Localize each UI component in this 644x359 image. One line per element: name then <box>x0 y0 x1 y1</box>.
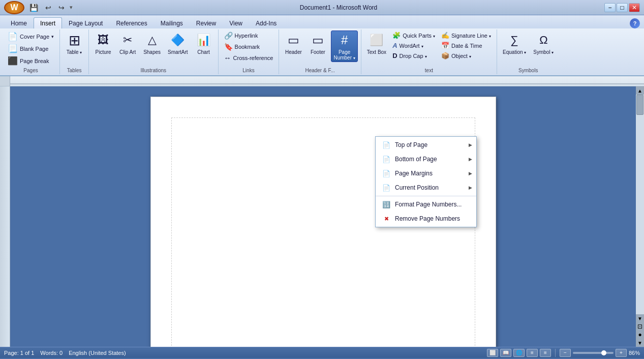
tab-references[interactable]: References <box>109 17 154 28</box>
scroll-up-button[interactable]: ▲ <box>636 86 644 95</box>
ribbon-group-pages: 📄 Cover Page ▾ 📃 Blank Page ⬛ Page Break… <box>2 29 60 74</box>
scrollbar[interactable]: ▲ ▼ ⊡ ● ▼ <box>636 86 644 347</box>
menu-item-page-margins[interactable]: 📄 Page Margins <box>376 166 476 181</box>
zoom-in-button[interactable]: + <box>616 349 627 357</box>
page-break-button[interactable]: ⬛ Page Break <box>5 55 56 67</box>
date-time-button[interactable]: 📅Date & Time <box>439 41 494 50</box>
page-number-icon: # <box>336 32 353 48</box>
ribbon-group-illustrations: 🖼 Picture ✂ Clip Art △ Shapes 🔷 SmartArt… <box>89 29 218 74</box>
maximize-button[interactable]: □ <box>617 3 628 12</box>
outline-button[interactable]: ≡ <box>527 349 538 357</box>
close-button[interactable]: ✕ <box>629 3 640 12</box>
scroll-thumb[interactable] <box>636 95 643 115</box>
save-button[interactable]: 💾 <box>27 3 40 13</box>
tab-mailings[interactable]: Mailings <box>154 17 190 28</box>
page-number-dropdown: 📄 Top of Page 📄 Bottom of Page 📄 Page Ma… <box>375 136 477 227</box>
menu-item-top-of-page[interactable]: 📄 Top of Page <box>376 138 476 152</box>
minimize-button[interactable]: − <box>604 3 616 12</box>
undo-button[interactable]: ↩ <box>43 3 53 13</box>
table-button[interactable]: ⊞ Table ▾ <box>63 31 85 56</box>
wordart-button[interactable]: AWordArt ▾ <box>390 41 438 50</box>
text-group-label: text <box>364 67 494 73</box>
language-indicator: English (United States) <box>69 350 126 356</box>
tab-view[interactable]: View <box>223 17 249 28</box>
tables-group-label: Tables <box>63 67 85 73</box>
page-number-button[interactable]: # PageNumber ▾ <box>331 31 357 62</box>
ruler-corner <box>0 76 10 86</box>
chart-button[interactable]: 📊 Chart <box>193 31 215 56</box>
object-button[interactable]: 📦Object ▾ <box>439 51 494 61</box>
tab-page-layout[interactable]: Page Layout <box>62 17 109 28</box>
quick-parts-button[interactable]: 🧩Quick Parts ▾ <box>390 31 438 40</box>
cross-reference-button[interactable]: ↔Cross-reference <box>222 53 276 63</box>
tab-home[interactable]: Home <box>4 17 34 28</box>
symbol-icon: Ω <box>535 32 551 48</box>
horizontal-ruler <box>10 76 644 86</box>
pages-group-content: 📄 Cover Page ▾ 📃 Blank Page ⬛ Page Break <box>5 31 56 67</box>
text-box-button[interactable]: ⬜ Text Box <box>364 31 389 61</box>
status-left: Page: 1 of 1 Words: 0 English (United St… <box>4 350 126 356</box>
current-position-icon: 📄 <box>382 183 391 192</box>
table-icon: ⊞ <box>66 32 82 48</box>
title-text: Document1 - Microsoft Word <box>73 4 604 11</box>
smartart-button[interactable]: 🔷 SmartArt <box>165 31 190 56</box>
header-footer-group-content: ▭ Header ▭ Footer # PageNumber ▾ <box>282 31 357 67</box>
picture-icon: 🖼 <box>95 32 111 48</box>
full-reading-button[interactable]: 📖 <box>500 349 511 357</box>
document-area[interactable] <box>10 86 636 347</box>
scroll-track <box>636 95 644 314</box>
vertical-ruler <box>0 86 10 347</box>
hyperlink-button[interactable]: 🔗Hyperlink <box>222 31 276 41</box>
scroll-down-button[interactable]: ▼ <box>636 314 644 322</box>
draft-button[interactable]: ≡ <box>540 349 551 357</box>
ribbon-group-text: ⬜ Text Box 🧩Quick Parts ▾ AWordArt ▾ DDr… <box>361 29 497 74</box>
bottom-of-page-icon: 📄 <box>382 155 391 164</box>
menu-separator <box>376 196 476 196</box>
cover-page-button[interactable]: 📄 Cover Page ▾ <box>5 31 56 42</box>
zoom-level: 86% <box>629 350 640 356</box>
tab-add-ins[interactable]: Add-Ins <box>249 17 283 28</box>
ribbon-group-tables: ⊞ Table ▾ Tables <box>60 29 89 74</box>
signature-line-button[interactable]: ✍Signature Line ▾ <box>439 31 494 40</box>
browse-object-button[interactable]: ● <box>636 331 644 339</box>
zoom-out-button[interactable]: − <box>560 349 571 357</box>
next-page-button[interactable]: ▼ <box>636 339 644 347</box>
web-layout-button[interactable]: 🌐 <box>513 349 525 357</box>
shapes-button[interactable]: △ Shapes <box>141 31 163 56</box>
equation-button[interactable]: ∑ Equation ▾ <box>500 31 529 56</box>
clip-art-icon: ✂ <box>119 32 136 48</box>
tab-review[interactable]: Review <box>190 17 223 28</box>
symbol-button[interactable]: Ω Symbol ▾ <box>531 31 556 56</box>
tab-insert[interactable]: Insert <box>34 17 62 28</box>
clip-art-button[interactable]: ✂ Clip Art <box>116 31 139 56</box>
pages-group-label: Pages <box>5 67 56 73</box>
redo-button[interactable]: ↪ <box>56 3 67 13</box>
picture-button[interactable]: 🖼 Picture <box>92 31 114 56</box>
footer-button[interactable]: ▭ Footer <box>306 31 329 56</box>
page-indicator: Page: 1 of 1 <box>4 350 34 356</box>
bookmark-button[interactable]: 🔖Bookmark <box>222 42 276 52</box>
status-right: ⬜ 📖 🌐 ≡ ≡ − + 86% <box>487 349 640 357</box>
footer-icon: ▭ <box>310 32 326 48</box>
zoom-slider[interactable] <box>573 352 614 354</box>
ribbon: 📄 Cover Page ▾ 📃 Blank Page ⬛ Page Break… <box>0 28 644 76</box>
symbols-group-content: ∑ Equation ▾ Ω Symbol ▾ <box>500 31 556 67</box>
menu-item-bottom-of-page[interactable]: 📄 Bottom of Page <box>376 152 476 166</box>
illustrations-group-content: 🖼 Picture ✂ Clip Art △ Shapes 🔷 SmartArt… <box>92 31 214 67</box>
office-button[interactable]: W <box>4 1 24 14</box>
print-layout-button[interactable]: ⬜ <box>487 349 498 357</box>
links-group-content: 🔗Hyperlink 🔖Bookmark ↔Cross-reference <box>222 31 276 67</box>
text-box-icon: ⬜ <box>369 32 385 48</box>
ruler-area <box>0 76 644 86</box>
menu-item-format-page-numbers[interactable]: 🔢 Format Page Numbers... <box>376 197 476 212</box>
help-button[interactable]: ? <box>630 18 640 28</box>
header-button[interactable]: ▭ Header <box>282 31 304 56</box>
word-count: Words: 0 <box>40 350 63 356</box>
expand-button[interactable]: ⊡ <box>636 322 644 331</box>
drop-cap-button[interactable]: DDrop Cap ▾ <box>390 51 438 61</box>
menu-item-current-position[interactable]: 📄 Current Position <box>376 181 476 195</box>
ribbon-tabs: Home Insert Page Layout References Maili… <box>0 15 644 28</box>
blank-page-button[interactable]: 📃 Blank Page <box>5 43 56 54</box>
menu-item-remove-page-numbers[interactable]: ✖ Remove Page Numbers <box>376 212 476 226</box>
title-bar-left: W 💾 ↩ ↪ ▾ <box>4 1 73 14</box>
